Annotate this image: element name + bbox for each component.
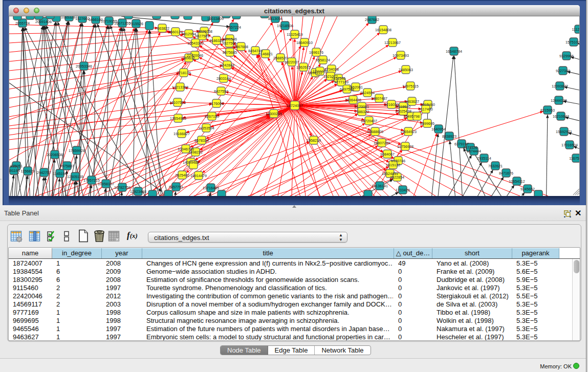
svg-text:8215953: 8215953: [540, 108, 555, 113]
svg-text:10543342: 10543342: [187, 41, 204, 46]
svg-text:15692971: 15692971: [556, 129, 572, 134]
svg-text:12213369: 12213369: [172, 85, 188, 90]
svg-text:17016504: 17016504: [561, 143, 578, 147]
svg-text:9227349: 9227349: [556, 69, 570, 73]
svg-text:989612: 989612: [183, 56, 195, 60]
svg-text:12444136: 12444136: [551, 98, 567, 103]
svg-text:19654923: 19654923: [400, 129, 417, 134]
svg-text:7386322: 7386322: [355, 110, 369, 114]
svg-text:12975115: 12975115: [402, 84, 418, 89]
svg-text:1958234: 1958234: [307, 138, 321, 143]
svg-text:7485063: 7485063: [399, 68, 413, 72]
svg-text:10654112: 10654112: [509, 179, 525, 184]
svg-text:1145194: 1145194: [53, 171, 67, 176]
svg-text:17859928: 17859928: [69, 148, 85, 153]
svg-text:391194: 391194: [9, 168, 20, 173]
svg-text:2935114: 2935114: [477, 156, 491, 161]
svg-text:8899695: 8899695: [420, 121, 434, 126]
svg-text:2522854: 2522854: [390, 175, 404, 180]
svg-text:12213967: 12213967: [384, 40, 401, 45]
svg-text:16782759: 16782759: [114, 185, 130, 190]
svg-text:835051: 835051: [10, 164, 23, 168]
svg-text:9176006: 9176006: [209, 101, 224, 106]
svg-text:9558124: 9558124: [316, 58, 330, 62]
svg-text:7663822: 7663822: [155, 26, 169, 31]
svg-text:1640954: 1640954: [431, 127, 446, 132]
svg-text:9777169: 9777169: [334, 80, 349, 84]
svg-text:11353594: 11353594: [198, 126, 214, 130]
svg-text:8912954: 8912954: [182, 32, 196, 36]
svg-text:2718176: 2718176: [177, 71, 191, 75]
svg-text:19716485: 19716485: [203, 186, 219, 190]
svg-text:3498222: 3498222: [188, 150, 203, 155]
svg-text:18300295: 18300295: [266, 112, 282, 116]
svg-text:15720407: 15720407: [361, 119, 377, 123]
svg-text:20364436: 20364436: [345, 98, 361, 102]
svg-text:1167533: 1167533: [569, 156, 580, 161]
svg-text:8322037: 8322037: [285, 60, 299, 64]
svg-text:16914479: 16914479: [190, 173, 207, 178]
svg-text:2867608: 2867608: [234, 45, 248, 49]
svg-text:6497568: 6497568: [340, 87, 354, 92]
svg-text:16495798: 16495798: [403, 114, 420, 119]
svg-text:16154808: 16154808: [375, 28, 391, 32]
svg-text:12505135: 12505135: [67, 174, 83, 179]
svg-text:9329966: 9329966: [559, 54, 574, 58]
svg-text:7625402: 7625402: [175, 173, 189, 178]
svg-text:9827503: 9827503: [195, 34, 209, 38]
svg-text:9117400: 9117400: [419, 107, 432, 112]
svg-text:9084067: 9084067: [380, 152, 395, 157]
svg-text:8471676: 8471676: [499, 171, 513, 176]
svg-text:16033809: 16033809: [207, 16, 224, 21]
svg-text:8938923: 8938923: [442, 134, 456, 139]
svg-text:11325419: 11325419: [287, 32, 302, 37]
svg-text:9463627: 9463627: [405, 99, 419, 104]
svg-text:17654985: 17654985: [170, 116, 186, 121]
svg-text:2942757: 2942757: [37, 170, 51, 175]
svg-text:2087682: 2087682: [365, 17, 379, 22]
svg-text:1615132: 1615132: [386, 163, 400, 167]
svg-text:9657791: 9657791: [169, 185, 183, 189]
svg-text:18640910: 18640910: [296, 40, 313, 45]
svg-text:15136141: 15136141: [372, 184, 388, 188]
svg-text:7515526: 7515526: [129, 21, 143, 26]
svg-text:8675685: 8675685: [223, 50, 237, 55]
svg-text:9518640: 9518640: [396, 104, 410, 109]
svg-text:8186328: 8186328: [209, 38, 224, 43]
svg-text:1362615: 1362615: [296, 65, 311, 70]
svg-text:1156829: 1156829: [20, 169, 34, 173]
svg-text:2055724: 2055724: [15, 21, 30, 26]
svg-text:1574444: 1574444: [467, 149, 481, 154]
svg-text:16107553: 16107553: [169, 100, 186, 105]
svg-text:1527602: 1527602: [75, 16, 90, 21]
svg-text:7632621: 7632621: [488, 164, 503, 168]
svg-text:20206536: 20206536: [47, 152, 63, 157]
svg-text:10807487: 10807487: [371, 96, 387, 101]
svg-text:1696176: 1696176: [309, 50, 323, 55]
svg-text:14099489: 14099489: [183, 160, 199, 165]
svg-text:10688609: 10688609: [367, 129, 383, 134]
svg-text:20691406: 20691406: [35, 19, 52, 24]
svg-text:9975887: 9975887: [60, 164, 74, 168]
svg-text:8678334: 8678334: [194, 138, 209, 143]
svg-text:8660124: 8660124: [168, 30, 183, 34]
svg-text:19166827: 19166827: [173, 132, 190, 136]
svg-text:20053346: 20053346: [76, 64, 92, 69]
svg-text:1244448: 1244448: [313, 69, 327, 74]
svg-text:10958107: 10958107: [98, 182, 114, 186]
svg-text:7357224: 7357224: [227, 25, 241, 30]
svg-text:16671355: 16671355: [114, 21, 130, 26]
svg-text:1733426: 1733426: [396, 188, 410, 192]
svg-text:12923448: 12923448: [130, 189, 146, 194]
svg-text:18724007: 18724007: [287, 103, 303, 108]
svg-text:1112004: 1112004: [572, 27, 580, 32]
svg-text:9245652: 9245652: [520, 187, 535, 191]
svg-text:15751074: 15751074: [565, 40, 580, 45]
svg-text:8813054: 8813054: [268, 16, 282, 21]
svg-text:2803144: 2803144: [216, 76, 231, 81]
svg-text:12093872: 12093872: [552, 84, 568, 89]
svg-text:8267150: 8267150: [205, 114, 219, 119]
svg-text:9146821: 9146821: [258, 52, 273, 56]
svg-text:16210643: 16210643: [553, 114, 569, 119]
svg-text:10973493: 10973493: [393, 53, 409, 58]
